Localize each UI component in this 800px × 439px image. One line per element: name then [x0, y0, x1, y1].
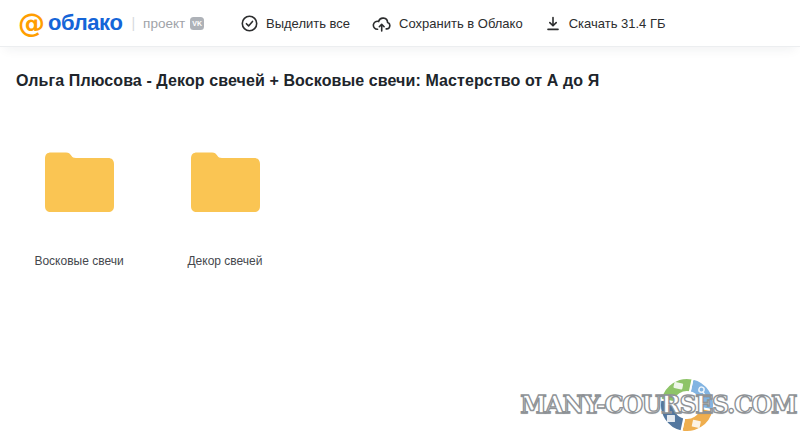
select-all-button[interactable]: Выделить все: [241, 15, 350, 32]
logo-divider: |: [131, 15, 135, 31]
folder-icon: [45, 147, 114, 216]
folder-name: Восковые свечи: [34, 254, 123, 268]
folder-name: Декор свечей: [187, 254, 262, 268]
cloud-logo[interactable]: @ облако | проект VK: [0, 11, 204, 36]
check-circle-icon: [241, 15, 258, 32]
folder-item-voskovye-svechi[interactable]: Восковые свечи: [6, 147, 152, 268]
page-title: Ольга Плюсова - Декор свечей + Восковые …: [16, 72, 599, 90]
download-label: Скачать 31.4 ГБ: [569, 17, 666, 30]
save-to-cloud-label: Сохранить в Облако: [399, 17, 523, 30]
mailru-at-icon: @: [18, 9, 45, 36]
folder-grid: Восковые свечи Декор свечей: [6, 147, 298, 268]
folder-icon: [191, 147, 260, 216]
watermark-text: MANY-COURSES.COM: [520, 390, 796, 419]
project-label: проект: [143, 16, 185, 31]
top-bar: @ облако | проект VK Выделить все: [0, 0, 800, 47]
cloud-share-page: @ облако | проект VK Выделить все: [0, 0, 800, 439]
select-all-label: Выделить все: [266, 17, 350, 30]
vk-badge-icon: VK: [190, 17, 204, 30]
save-to-cloud-button[interactable]: Сохранить в Облако: [372, 15, 523, 32]
download-icon: [545, 16, 561, 32]
header-actions: Выделить все Сохранить в Облако: [241, 0, 666, 47]
cloud-upload-icon: [372, 15, 391, 32]
folder-item-dekor-svechey[interactable]: Декор свечей: [152, 147, 298, 268]
download-button[interactable]: Скачать 31.4 ГБ: [545, 16, 666, 32]
brand-name: облако: [48, 12, 122, 34]
